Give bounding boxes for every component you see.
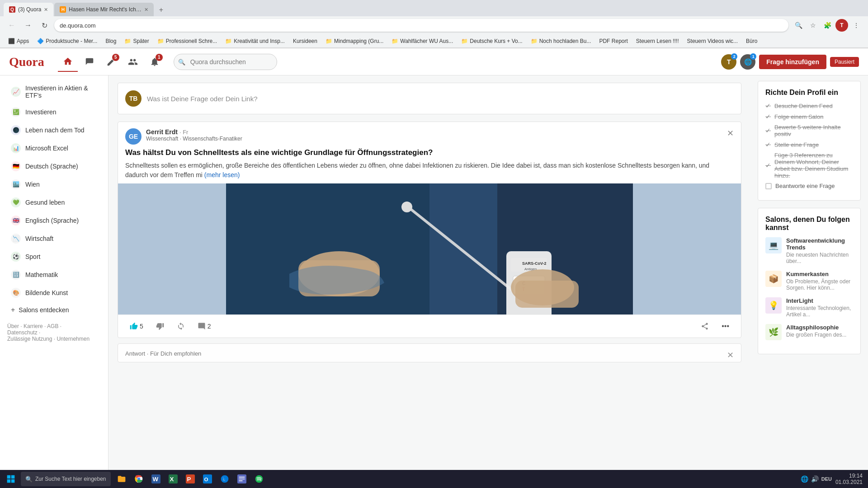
start-btn[interactable] (2, 471, 20, 487)
more-options-btn[interactable]: ••• (717, 319, 734, 333)
post-author-name[interactable]: Gerrit Erdt · Fr (146, 128, 242, 136)
bookmark-apps[interactable]: ⬛ Apps (5, 37, 33, 45)
tab-quora[interactable]: Q (3) Quora ✕ (4, 3, 53, 16)
sidebar-item-mathematik[interactable]: 🔢 Mathematik (4, 266, 104, 283)
new-tab-btn[interactable]: + (155, 4, 167, 16)
footer-unternehmen[interactable]: Unternehmen (57, 336, 90, 342)
sidebar-item-english[interactable]: 🇬🇧 Englisch (Sprache) (4, 212, 104, 229)
quora-header: Quora 5 1 T 2 🌐 1 Frage hinzufügen (0, 48, 868, 75)
bookmark-mind-icon: 📁 (326, 38, 332, 44)
bookmark-professionell-icon: 📁 (157, 38, 164, 44)
salon-name-3[interactable]: Alltagsphilosophie (786, 324, 846, 331)
add-question-btn[interactable]: Frage hinzufügen (759, 55, 826, 69)
tab-close-btn[interactable]: ✕ (44, 7, 48, 13)
nav-edit-btn[interactable]: 5 (101, 52, 121, 72)
menu-btn[interactable]: ⋮ (850, 19, 863, 32)
sidebar-item-sport[interactable]: ⚽ Sport (4, 248, 104, 265)
extensions-btn[interactable]: 🧩 (821, 19, 834, 32)
sidebar-item-excel[interactable]: 📊 Microsoft Excel (4, 140, 104, 157)
footer-uber[interactable]: Über (7, 323, 19, 329)
repost-btn[interactable] (172, 319, 189, 333)
bookmark-professionell[interactable]: 📁 Professionell Schre... (154, 37, 221, 45)
salon-name-2[interactable]: InterLight (786, 297, 853, 304)
tab-title-other: Hasen Hase Mir Recht's Ich Gel... (69, 6, 142, 13)
salon-icon-1: 📦 (765, 271, 782, 287)
taskbar-network-icon[interactable]: 🌐 (801, 475, 808, 483)
bookmark-star-btn[interactable]: ☆ (807, 19, 819, 32)
url-input[interactable] (54, 19, 788, 32)
bookmark-buro[interactable]: Büro (742, 37, 761, 45)
sidebar-item-leben-nach[interactable]: 🌑 Leben nach dem Tod (4, 122, 104, 139)
ask-box[interactable]: TB Was ist Deine Frage oder Dein Link? (118, 83, 741, 114)
tab-favicon: Q (9, 6, 15, 13)
search-input[interactable] (174, 54, 277, 70)
check-box-5[interactable] (765, 183, 772, 189)
back-btn[interactable]: ← (5, 19, 18, 32)
svg-rect-17 (11, 475, 15, 479)
taskbar-search[interactable]: 🔍 Zur Suche Text hier eingeben (21, 472, 111, 486)
globe-avatar[interactable]: 🌐 1 (740, 54, 755, 70)
post-close-btn[interactable]: ✕ (727, 128, 734, 138)
tab-close-other-btn[interactable]: ✕ (144, 7, 148, 13)
profile-btn[interactable]: T (835, 19, 848, 32)
taskbar-outlook[interactable]: O (199, 471, 216, 487)
bookmark-mindmapping[interactable]: 📁 Mindmapping (Gru... (322, 37, 387, 45)
downvote-btn[interactable] (151, 319, 169, 333)
taskbar-language[interactable]: DEU (821, 476, 832, 482)
taskbar-powerpoint[interactable]: P (182, 471, 198, 487)
nav-news-btn[interactable] (80, 52, 99, 72)
nav-home-btn[interactable] (58, 52, 78, 72)
taskbar-file-explorer[interactable] (113, 471, 130, 487)
taskbar-excel[interactable]: X (165, 471, 181, 487)
quora-logo[interactable]: Quora (9, 55, 44, 69)
nav-bell-btn[interactable]: 1 (145, 52, 165, 72)
sidebar-item-wirtschaft[interactable]: 📉 Wirtschaft (4, 230, 104, 247)
bookmark-steuern-videos[interactable]: Steuern Videos wic... (684, 37, 742, 45)
bookmark-kursideen[interactable]: Kursideen (289, 37, 321, 45)
bookmark-hochladen[interactable]: 📁 Noch hochladen Bu... (527, 37, 595, 45)
tab-other[interactable]: H Hasen Hase Mir Recht's Ich Gel... ✕ (54, 3, 154, 16)
comment-btn[interactable]: 2 (193, 319, 216, 333)
bookmark-blog[interactable]: Blog (102, 37, 120, 45)
taskbar-spotify[interactable] (251, 471, 267, 487)
bookmark-produktsuche[interactable]: 🔷 Produktsuche - Mer... (33, 37, 101, 45)
footer-datenschutz[interactable]: Datenschutz (7, 329, 38, 336)
post-preview-close-btn[interactable]: ✕ (727, 350, 734, 360)
sidebar-item-wien[interactable]: 🏙️ Wien (4, 176, 104, 193)
sidebar-item-investieren-aktien[interactable]: 📈 Investieren in Aktien & ETF's (4, 81, 104, 103)
sidebar-item-deutsch[interactable]: 🇩🇪 Deutsch (Sprache) (4, 158, 104, 175)
forward-btn[interactable]: → (22, 19, 34, 32)
bookmark-pdf[interactable]: PDF Report (595, 37, 631, 45)
zoom-btn[interactable]: 🔍 (792, 19, 805, 32)
salon-name-1[interactable]: Kummerkasten (786, 271, 853, 277)
upvote-btn[interactable]: 5 (125, 319, 148, 333)
sidebar-item-kunst[interactable]: 🎨 Bildende Kunst (4, 284, 104, 301)
post-more-link[interactable]: (mehr lesen) (204, 171, 240, 178)
nav-people-btn[interactable] (123, 52, 143, 72)
bookmark-steuern-lesen[interactable]: Steuern Lesen !!!! (632, 37, 683, 45)
bookmark-spater[interactable]: 📁 Später (121, 37, 152, 45)
taskbar-notes[interactable] (234, 471, 250, 487)
post-question[interactable]: Was hältst Du von Schnelltests als eine … (118, 148, 741, 161)
sidebar-item-investieren[interactable]: 💹 Investieren (4, 103, 104, 121)
bookmark-kreativitat[interactable]: 📁 Kreativität und Insp... (222, 37, 288, 45)
footer-zulassige[interactable]: Zulässige Nutzung (7, 336, 52, 342)
pause-btn[interactable]: Pausiert (830, 57, 859, 67)
comment-icon (198, 322, 206, 330)
footer-karriere[interactable]: Karriere (24, 323, 43, 329)
bookmark-deutsch-kurs[interactable]: 📁 Deutsche Kurs + Vo... (458, 37, 526, 45)
share-btn[interactable] (696, 319, 713, 333)
sidebar-discover-btn[interactable]: + Salons entdecken (4, 302, 104, 318)
refresh-btn[interactable]: ↻ (38, 19, 51, 32)
sidebar-item-gesund[interactable]: 💚 Gesund leben (4, 194, 104, 211)
bookmark-wahlf[interactable]: 📁 Wahlfächer WU Aus... (388, 37, 457, 45)
sidebar-label-invest2: Investieren (25, 108, 56, 116)
taskbar-word[interactable]: W (148, 471, 164, 487)
share-icon (701, 322, 709, 330)
user-avatar[interactable]: T 2 (721, 54, 736, 70)
taskbar-volume-icon[interactable]: 🔊 (811, 475, 819, 483)
taskbar-chrome[interactable] (131, 471, 147, 487)
salon-name-0[interactable]: Softwareentwicklung Trends (786, 237, 853, 251)
footer-agb[interactable]: AGB (47, 323, 58, 329)
taskbar-edge[interactable] (217, 471, 233, 487)
